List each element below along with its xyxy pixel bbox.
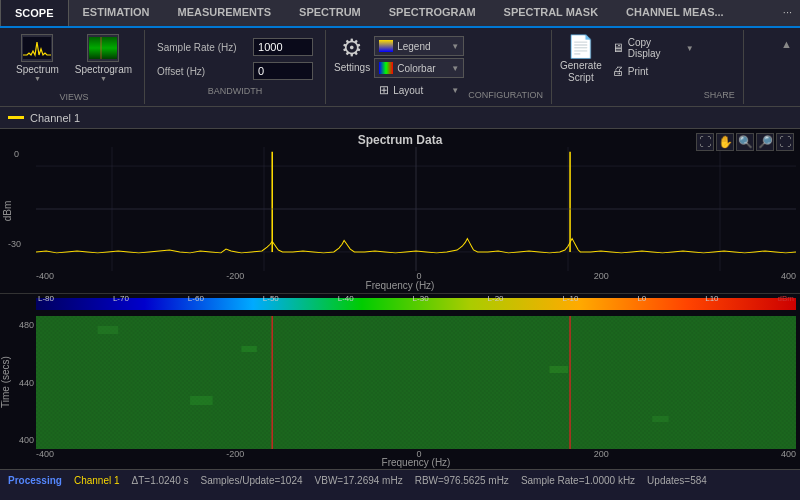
- tab-bar: SCOPE ESTIMATION MEASUREMENTS SPECTRUM S…: [0, 0, 800, 28]
- layout-label: Layout: [393, 85, 423, 96]
- print-label: Print: [628, 66, 649, 77]
- colorbar-chevron: ▼: [451, 64, 459, 73]
- cb-label-6: L-20: [488, 294, 504, 303]
- status-sample-rate: Sample Rate=1.0000 kHz: [521, 475, 635, 486]
- settings-button[interactable]: ⚙ Settings: [334, 34, 370, 73]
- spectrogram-ylabel: Time (secs): [0, 356, 11, 408]
- status-updates: Updates=584: [647, 475, 707, 486]
- spectrogram-canvas: [36, 316, 796, 449]
- tab-spectral-mask[interactable]: SPECTRAL MASK: [490, 0, 613, 26]
- cb-label-3: L-50: [263, 294, 279, 303]
- offset-input[interactable]: [253, 62, 313, 80]
- cb-label-9: L10: [705, 294, 718, 303]
- spectrum-view-button[interactable]: Spectrum ▼: [10, 32, 65, 90]
- sample-rate-label: Sample Rate (Hz): [157, 42, 247, 53]
- spectrum-ylabel: dBm: [2, 201, 13, 222]
- cb-label-5: L-30: [413, 294, 429, 303]
- share-group-label: SHARE: [704, 90, 735, 100]
- copy-display-button[interactable]: 🖥 Copy Display ▼: [608, 38, 698, 58]
- tab-overflow-button[interactable]: ···: [775, 0, 800, 26]
- spectrogram-colorbar: L-80 L-70 L-60 L-50 L-40 L-30 L-20 L-10 …: [36, 294, 796, 316]
- spectrum-icon: [21, 34, 53, 62]
- cb-label-2: L-60: [188, 294, 204, 303]
- spectrogram-icon: [87, 34, 119, 62]
- settings-label: Settings: [334, 62, 370, 73]
- status-processing: Processing: [8, 475, 62, 486]
- svg-rect-21: [550, 366, 568, 373]
- channel-name-label: Channel 1: [30, 112, 80, 124]
- tab-spectrogram[interactable]: SPECTROGRAM: [375, 0, 490, 26]
- copy-chevron: ▼: [686, 44, 694, 53]
- print-button[interactable]: 🖨 Print: [608, 61, 698, 81]
- cb-label-1: L-70: [113, 294, 129, 303]
- status-bar: Processing Channel 1 ΔT=1.0240 s Samples…: [0, 469, 800, 491]
- ribbon-collapse-button[interactable]: ▲: [777, 34, 796, 54]
- generate-script-label: GenerateScript: [560, 60, 602, 84]
- cb-label-4: L-40: [338, 294, 354, 303]
- sample-rate-input[interactable]: [253, 38, 313, 56]
- tab-spectrum[interactable]: SPECTRUM: [285, 0, 375, 26]
- legend-button[interactable]: Legend ▼: [374, 36, 464, 56]
- spectrogram-chevron: ▼: [100, 75, 107, 82]
- spectrum-toolbar: ⛶ ✋ 🔍 🔎 ⛶: [696, 133, 794, 151]
- status-rbw: RBW=976.5625 mHz: [415, 475, 509, 486]
- fit-icon[interactable]: ⛶: [696, 133, 714, 151]
- spectrum-plot: Spectrum Data dBm 0 -30 -400 -200 0 200 …: [0, 129, 800, 294]
- tab-channel-meas[interactable]: CHANNEL MEAS...: [612, 0, 738, 26]
- legend-label: Legend: [397, 41, 430, 52]
- sample-rate-row: Sample Rate (Hz): [157, 38, 313, 56]
- zoom-out-icon[interactable]: 🔎: [756, 133, 774, 151]
- colorbar-button[interactable]: Colorbar ▼: [374, 58, 464, 78]
- zoom-in-icon[interactable]: 🔍: [736, 133, 754, 151]
- spectrum-chevron: ▼: [34, 75, 41, 82]
- spectrum-ytick-0: 0: [14, 149, 19, 159]
- cb-label-unit: dBm: [777, 294, 793, 303]
- spectrogram-xlabel: Frequency (Hz): [36, 457, 796, 468]
- cb-label-7: L-10: [562, 294, 578, 303]
- spectrum-view-label: Spectrum: [16, 64, 59, 75]
- colorbar-tick-labels: L-80 L-70 L-60 L-50 L-40 L-30 L-20 L-10 …: [36, 294, 796, 303]
- svg-rect-22: [190, 396, 213, 405]
- status-delta-t: ΔT=1.0240 s: [132, 475, 189, 486]
- spectrum-ytick-1: -30: [8, 239, 21, 249]
- bandwidth-group-label: BANDWIDTH: [157, 86, 313, 96]
- legend-chevron: ▼: [451, 42, 459, 51]
- spectrogram-view-button[interactable]: Spectrogram ▼: [69, 32, 138, 90]
- copy-icon: 🖥: [612, 41, 624, 55]
- layout-icon: ⊞: [379, 83, 389, 97]
- tab-estimation[interactable]: ESTIMATION: [69, 0, 164, 26]
- layout-button[interactable]: ⊞ Layout ▼: [374, 80, 464, 100]
- offset-row: Offset (Hz): [157, 62, 313, 80]
- print-icon: 🖨: [612, 64, 624, 78]
- cb-label-8: L0: [637, 294, 646, 303]
- copy-display-label: Copy Display: [628, 37, 682, 59]
- tab-measurements[interactable]: MEASUREMENTS: [164, 0, 286, 26]
- channel-bar: Channel 1: [0, 107, 800, 129]
- spectrum-title: Spectrum Data: [0, 133, 800, 147]
- spec-ytick-0: 480: [19, 320, 34, 330]
- colorbar-swatch: [379, 62, 393, 74]
- generate-script-button[interactable]: 📄 GenerateScript: [560, 34, 602, 84]
- legend-color-swatch: [379, 40, 393, 52]
- spectrogram-plot: L-80 L-70 L-60 L-50 L-40 L-30 L-20 L-10 …: [0, 294, 800, 469]
- spec-ytick-1: 440: [19, 378, 34, 388]
- fullscreen-icon[interactable]: ⛶: [776, 133, 794, 151]
- config-group-label: CONFIGURATION: [468, 90, 543, 100]
- spec-ytick-2: 400: [19, 435, 34, 445]
- cb-label-0: L-80: [38, 294, 54, 303]
- svg-rect-20: [241, 346, 256, 352]
- gear-icon: ⚙: [341, 34, 363, 62]
- layout-chevron: ▼: [451, 86, 459, 95]
- channel-color-indicator: [8, 116, 24, 119]
- colorbar-label: Colorbar: [397, 63, 435, 74]
- svg-rect-18: [36, 316, 796, 449]
- svg-rect-0: [23, 37, 51, 59]
- pan-icon[interactable]: ✋: [716, 133, 734, 151]
- views-group-label: VIEWS: [10, 92, 138, 102]
- status-samples: Samples/Update=1024: [201, 475, 303, 486]
- spectrogram-view-label: Spectrogram: [75, 64, 132, 75]
- spectrum-xlabel: Frequency (Hz): [0, 280, 800, 291]
- status-vbw: VBW=17.2694 mHz: [315, 475, 403, 486]
- tab-scope[interactable]: SCOPE: [0, 0, 69, 26]
- spectrum-grid: [36, 147, 796, 271]
